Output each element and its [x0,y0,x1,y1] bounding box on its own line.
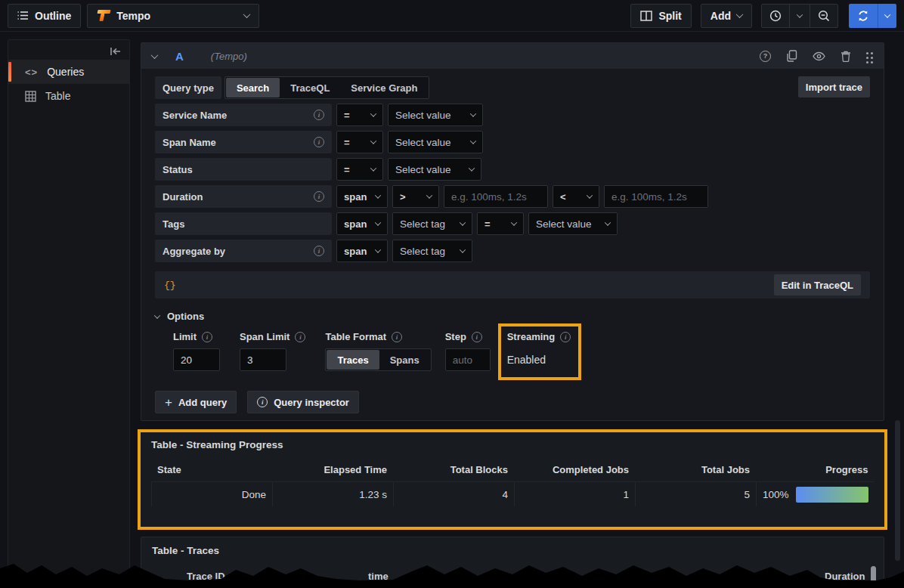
sidebar-item-label: Table [45,90,70,102]
outline-icon [17,11,29,20]
info-icon[interactable]: i [202,332,212,342]
chevron-down-icon [470,138,476,144]
cell-completed-jobs: 1 [514,482,635,506]
span-limit-field: Span Limiti [240,331,305,371]
tags-tag-select[interactable]: Select tag [392,212,472,235]
help-icon[interactable]: ? [760,51,771,62]
refresh-interval-button[interactable] [878,4,896,28]
copy-icon[interactable] [786,50,797,62]
info-icon[interactable]: i [472,332,482,342]
tags-value-select[interactable]: Select value [528,212,618,235]
chevron-down-icon [243,11,251,18]
edit-in-traceql-button[interactable]: Edit in TraceQL [774,274,861,296]
info-icon[interactable]: i [314,191,324,202]
panel-title: Table - Streaming Progress [151,439,874,450]
cell-total-blocks: 4 [393,482,514,506]
column-header-completed-jobs[interactable]: Completed Jobs [514,461,635,482]
time-range-button[interactable] [762,5,789,27]
duration-lt-operator-select[interactable]: < [553,185,599,208]
service-name-operator-select[interactable]: = [336,104,383,126]
filter-row-duration: Duration i span > < [155,185,870,208]
column-header-duration[interactable]: Duration [825,571,865,582]
query-type-radio-group: Search TraceQL Service Graph [224,76,430,99]
select-placeholder: Select value [395,137,451,148]
chevron-down-icon [375,192,381,198]
query-type-option-traceql[interactable]: TraceQL [280,78,340,97]
sidebar-item-table[interactable]: Table [8,84,129,108]
tags-operator-select[interactable]: = [477,212,524,235]
duration-scope-select[interactable]: span [336,185,388,208]
refresh-button[interactable] [849,4,878,28]
table-format-option-traces[interactable]: Traces [327,350,379,370]
chevron-down-icon [736,11,744,18]
status-label: Status [155,158,332,181]
drag-handle-icon[interactable] [866,52,868,54]
datasource-picker[interactable]: Tempo [87,4,259,28]
column-header-elapsed-time[interactable]: Elapsed Time [272,461,393,482]
tags-scope-select[interactable]: span [336,212,388,235]
info-icon[interactable]: i [314,137,324,147]
operator-value: = [344,137,350,148]
service-name-value-select[interactable]: Select value [388,104,483,126]
sidebar-item-queries[interactable]: <> Queries [8,60,129,84]
column-header-total-jobs[interactable]: Total Jobs [635,461,756,482]
info-icon[interactable]: i [314,246,324,256]
table-format-option-spans[interactable]: Spans [379,350,430,370]
limit-label: Limit [173,331,197,342]
column-header-time[interactable]: time [368,571,389,582]
add-dropdown-button[interactable]: Add [701,4,752,28]
add-query-button[interactable]: + Add query [155,391,237,413]
column-header-total-blocks[interactable]: Total Blocks [393,461,514,482]
panel-scrollbar-thumb[interactable] [871,566,876,587]
span-name-value-select[interactable]: Select value [388,131,483,153]
zoom-out-time-button[interactable] [810,5,837,27]
trash-icon[interactable] [841,51,851,62]
info-icon[interactable]: i [392,332,402,342]
query-type-option-service-graph[interactable]: Service Graph [340,78,428,97]
query-type-label: Query type [155,76,221,99]
span-limit-label: Span Limit [240,331,289,342]
streaming-value: Enabled [507,348,571,371]
chevron-down-icon [370,165,376,171]
limit-input[interactable] [173,348,220,371]
traces-panel: Table - Traces Trace ID time Duration [141,537,884,588]
span-name-operator-select[interactable]: = [336,131,383,153]
column-header-progress[interactable]: Progress [756,461,875,482]
collapse-pane-icon[interactable] [110,46,122,57]
options-section-toggle[interactable]: Options [155,311,870,322]
status-operator-select[interactable]: = [336,158,383,181]
eye-icon[interactable] [813,51,825,61]
split-button[interactable]: Split [630,4,691,28]
query-row-header[interactable]: A (Tempo) ? [141,43,884,69]
duration-max-input[interactable] [604,185,708,208]
filter-row-service-name: Service Name i = Select value [155,104,870,126]
duration-gt-operator-select[interactable]: > [392,185,439,208]
aggregate-scope-select[interactable]: span [336,240,388,262]
query-type-option-search[interactable]: Search [226,78,280,97]
clock-icon [769,10,782,22]
chevron-down-icon [797,11,803,17]
info-icon[interactable]: i [295,332,305,342]
collapse-query-chevron-icon[interactable] [151,51,159,59]
select-placeholder: Select value [536,218,592,230]
page-scrollbar-thumb[interactable] [895,420,900,561]
status-value-select[interactable]: Select value [388,158,481,181]
info-icon[interactable]: i [314,110,324,120]
chevron-down-icon [426,192,432,198]
operator-value: = [344,110,350,121]
info-icon[interactable]: i [560,332,571,342]
span-limit-input[interactable] [240,348,286,371]
run-query-group [849,4,896,28]
split-label: Split [658,10,681,22]
query-inspector-button[interactable]: i Query inspector [247,391,359,413]
chevron-down-icon [375,219,381,225]
duration-min-input[interactable] [444,185,548,208]
filter-row-span-name: Span Name i = Select value [155,131,870,153]
time-range-chevron-button[interactable] [789,5,810,27]
column-header-trace-id[interactable]: Trace ID [187,571,225,582]
aggregate-tag-select[interactable]: Select tag [392,240,472,262]
outline-toggle-button[interactable]: Outline [8,4,81,28]
step-input[interactable] [445,348,491,371]
import-trace-button[interactable]: Import trace [798,76,870,97]
column-header-state[interactable]: State [151,461,272,482]
